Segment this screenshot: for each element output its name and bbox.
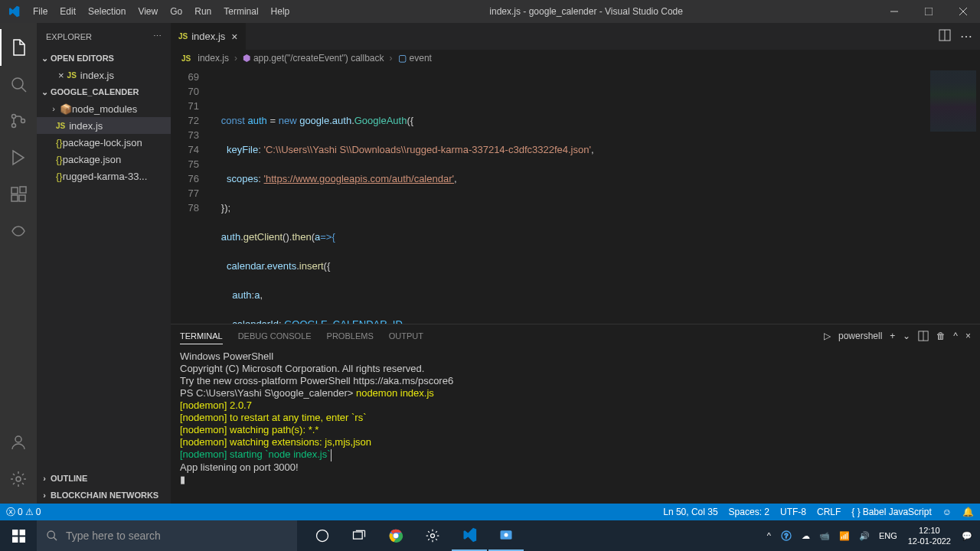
svg-point-25 bbox=[317, 530, 328, 542]
menu-terminal[interactable]: Terminal bbox=[217, 6, 264, 17]
notifications-icon[interactable]: 💬 bbox=[957, 531, 977, 541]
settings-icon[interactable] bbox=[415, 520, 450, 551]
volume-icon[interactable]: 🔊 bbox=[854, 531, 874, 541]
svg-rect-10 bbox=[11, 195, 18, 201]
new-terminal-icon[interactable]: + bbox=[890, 331, 895, 341]
terminal-dropdown-icon[interactable]: ⌄ bbox=[903, 331, 910, 341]
menu-edit[interactable]: Edit bbox=[54, 6, 82, 17]
status-bar: ⓧ 0 ⚠ 0 Ln 50, Col 35 Spaces: 2 UTF-8 CR… bbox=[0, 504, 980, 520]
explorer-sidebar: EXPLORER ⋯ ⌄OPEN EDITORS ×JSindex.js ⌄GO… bbox=[37, 23, 171, 504]
svg-rect-22 bbox=[19, 536, 24, 542]
extensions-icon[interactable] bbox=[0, 176, 37, 213]
split-terminal-icon[interactable] bbox=[918, 331, 929, 341]
status-line-col[interactable]: Ln 50, Col 35 bbox=[663, 507, 717, 517]
status-encoding[interactable]: UTF-8 bbox=[780, 507, 806, 517]
terminal-shell-label[interactable]: powershell bbox=[838, 331, 882, 341]
status-feedback-icon[interactable]: ☺ bbox=[942, 507, 952, 517]
folder-node-modules[interactable]: ›📦node_modules bbox=[37, 100, 171, 117]
menu-run[interactable]: Run bbox=[188, 6, 217, 17]
taskbar-clock[interactable]: 12:1012-01-2022 bbox=[902, 525, 957, 546]
svg-rect-9 bbox=[11, 187, 18, 194]
terminal-content[interactable]: Windows PowerShell Copyright (C) Microso… bbox=[171, 347, 980, 504]
tab-output[interactable]: OUTPUT bbox=[389, 328, 423, 344]
code-content[interactable]: const auth = new google.auth.GoogleAuth(… bbox=[213, 67, 919, 324]
close-button[interactable] bbox=[946, 0, 980, 23]
open-editors-section[interactable]: ⌄OPEN EDITORS bbox=[37, 50, 171, 67]
tab-close-icon[interactable]: × bbox=[231, 31, 237, 43]
explorer-title: EXPLORER bbox=[46, 32, 92, 41]
close-file-icon[interactable]: × bbox=[58, 70, 64, 81]
source-control-icon[interactable] bbox=[0, 103, 37, 139]
open-editor-file[interactable]: ×JSindex.js bbox=[37, 67, 171, 83]
status-eol[interactable]: CRLF bbox=[817, 507, 841, 517]
file-index-js[interactable]: JSindex.js bbox=[37, 117, 171, 134]
svg-rect-19 bbox=[12, 530, 18, 535]
menu-selection[interactable]: Selection bbox=[82, 6, 132, 17]
explorer-icon[interactable] bbox=[0, 29, 37, 66]
svg-point-6 bbox=[12, 115, 16, 119]
settings-gear-icon[interactable] bbox=[0, 461, 37, 497]
search-icon[interactable] bbox=[0, 66, 37, 103]
status-errors[interactable]: ⓧ 0 ⚠ 0 bbox=[6, 506, 41, 519]
menu-help[interactable]: Help bbox=[265, 6, 296, 17]
svg-line-5 bbox=[21, 87, 26, 92]
activity-bar bbox=[0, 23, 37, 504]
taskbar-search[interactable]: Type here to search bbox=[37, 520, 297, 551]
file-package-json[interactable]: {} package.json bbox=[37, 151, 171, 168]
account-icon[interactable] bbox=[0, 424, 37, 461]
status-language[interactable]: { } Babel JavaScript bbox=[851, 507, 931, 517]
run-debug-icon[interactable] bbox=[0, 139, 37, 176]
meet-now-icon[interactable]: 📹 bbox=[815, 531, 835, 541]
file-package-lock[interactable]: {} package-lock.json bbox=[37, 134, 171, 151]
terminal-shell-icon[interactable]: ▷ bbox=[824, 331, 831, 341]
tab-debug-console[interactable]: DEBUG CONSOLE bbox=[238, 328, 312, 344]
window-title: index.js - google_calender - Visual Stud… bbox=[296, 6, 877, 17]
tab-problems[interactable]: PROBLEMS bbox=[327, 328, 374, 344]
maximize-panel-icon[interactable]: ^ bbox=[953, 331, 958, 341]
wifi-icon[interactable]: 📶 bbox=[835, 531, 854, 541]
svg-rect-21 bbox=[12, 536, 18, 542]
svg-rect-12 bbox=[20, 187, 26, 193]
tab-terminal[interactable]: TERMINAL bbox=[180, 328, 223, 344]
menu-view[interactable]: View bbox=[132, 6, 164, 17]
status-bell-icon[interactable]: 🔔 bbox=[962, 507, 974, 517]
start-button[interactable] bbox=[0, 520, 37, 551]
menu-file[interactable]: File bbox=[27, 6, 54, 17]
svg-rect-1 bbox=[925, 8, 933, 15]
editor-more-icon[interactable]: ⋯ bbox=[960, 29, 972, 44]
task-view-icon[interactable] bbox=[341, 520, 377, 551]
svg-rect-20 bbox=[19, 530, 24, 535]
screen-capture-icon[interactable] bbox=[488, 520, 524, 551]
minimap[interactable] bbox=[919, 67, 980, 324]
outline-section[interactable]: ›OUTLINE bbox=[37, 470, 171, 487]
onedrive-icon[interactable]: ☁ bbox=[797, 531, 815, 541]
minimize-button[interactable] bbox=[877, 0, 911, 23]
maximize-button[interactable] bbox=[911, 0, 946, 23]
close-panel-icon[interactable]: × bbox=[965, 331, 971, 341]
svg-point-33 bbox=[505, 533, 508, 537]
explorer-more-icon[interactable]: ⋯ bbox=[153, 31, 162, 41]
chrome-icon[interactable] bbox=[378, 520, 413, 551]
code-editor[interactable]: 69707172737475767778 const auth = new go… bbox=[171, 67, 980, 324]
file-rugged-karma[interactable]: {} rugged-karma-33... bbox=[37, 168, 171, 184]
panel: TERMINAL DEBUG CONSOLE PROBLEMS OUTPUT ▷… bbox=[171, 324, 980, 504]
editor-tabs: JSindex.js × ⋯ bbox=[171, 23, 980, 50]
status-spaces[interactable]: Spaces: 2 bbox=[729, 507, 769, 517]
truffle-icon[interactable] bbox=[0, 213, 37, 249]
menu-go[interactable]: Go bbox=[164, 6, 188, 17]
help-icon[interactable]: ? bbox=[776, 530, 797, 542]
vscode-logo bbox=[0, 5, 27, 18]
language-indicator[interactable]: ENG bbox=[874, 531, 902, 540]
svg-point-7 bbox=[12, 124, 16, 128]
split-editor-icon[interactable] bbox=[939, 29, 951, 44]
kill-terminal-icon[interactable]: 🗑 bbox=[936, 331, 946, 341]
blockchain-section[interactable]: ›BLOCKCHAIN NETWORKS bbox=[37, 487, 171, 504]
tray-chevron-icon[interactable]: ^ bbox=[763, 531, 776, 540]
svg-point-13 bbox=[15, 436, 21, 442]
tab-index-js[interactable]: JSindex.js × bbox=[171, 23, 247, 50]
svg-point-30 bbox=[394, 533, 399, 539]
cortana-icon[interactable] bbox=[305, 520, 340, 551]
breadcrumb[interactable]: JSindex.js ›⬢ app.get("/createEvent") ca… bbox=[171, 50, 980, 67]
vscode-taskbar-icon[interactable] bbox=[452, 520, 487, 551]
workspace-section[interactable]: ⌄GOOGLE_CALENDER bbox=[37, 83, 171, 100]
